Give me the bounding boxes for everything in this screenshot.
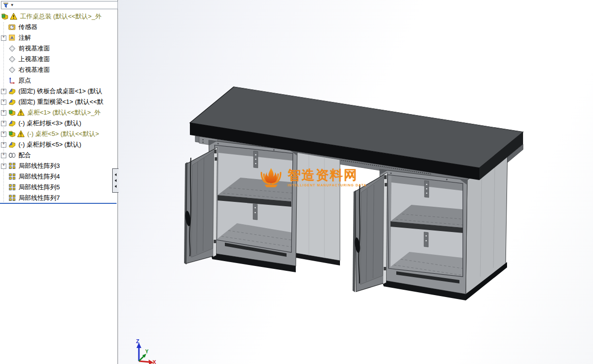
- right-door-hinge: [384, 267, 386, 270]
- linear-pattern-icon: [8, 162, 16, 170]
- warning-icon: [10, 13, 17, 20]
- expand-toggle[interactable]: +: [1, 132, 6, 137]
- tree-item-label: (-) 桌柜封板<3> (默认): [18, 119, 81, 128]
- tree-item-label: 配合: [18, 151, 31, 160]
- collapse-arrow-icon: [115, 185, 117, 188]
- tree-item-9[interactable]: +桌柜<1> (默认<<默认>_外: [0, 107, 118, 118]
- tree-item-label: (固定) 铁板合成桌面<1> (默认: [18, 87, 102, 96]
- tree-item-label: (-) 桌柜<5> (默认<<默认>: [27, 130, 99, 138]
- tree-item-label: (固定) 重型横梁<1> (默认<<默: [18, 98, 103, 106]
- part-icon: [8, 141, 16, 149]
- z-axis-label: Z: [136, 338, 139, 344]
- tree-item-2[interactable]: +A注解: [0, 33, 118, 43]
- expand-toggle[interactable]: +: [1, 99, 6, 105]
- tree-filter-bar[interactable]: ▼: [1, 1, 118, 9]
- right-door-hinge: [385, 183, 387, 186]
- tree-item-16[interactable]: 局部线性阵列5: [0, 182, 118, 193]
- annotations-icon: A: [8, 34, 16, 42]
- tree-item-10[interactable]: +(-) 桌柜封板<3> (默认): [0, 118, 118, 129]
- left-door-hinge: [214, 240, 216, 243]
- feature-tree: 工作桌总装 (默认<<默认>_外传感器+A注解前视基准面上视基准面右视基准面原点…: [0, 11, 118, 203]
- expand-toggle[interactable]: +: [1, 153, 6, 158]
- feature-tree-panel: ▼ 工作桌总装 (默认<<默认>_外传感器+A注解前视基准面上视基准面右视基准面…: [0, 0, 118, 364]
- collapse-arrow-icon: [115, 179, 117, 182]
- right-cabinet-door[interactable]: [353, 173, 387, 292]
- y-axis-label: Y: [145, 349, 149, 354]
- expand-toggle[interactable]: +: [1, 121, 6, 126]
- tree-item-label: 原点: [18, 76, 31, 85]
- tree-item-3[interactable]: 前视基准面: [0, 43, 118, 54]
- expand-toggle[interactable]: +: [1, 142, 6, 148]
- tree-item-7[interactable]: +(固定) 铁板合成桌面<1> (默认: [0, 86, 118, 97]
- part-icon: [8, 87, 16, 95]
- tree-item-5[interactable]: 右视基准面: [0, 65, 118, 75]
- datum-plane-icon: [8, 66, 16, 74]
- left-cabinet-door[interactable]: [184, 148, 217, 265]
- left-door-hinge: [215, 157, 217, 161]
- rollback-bar[interactable]: [0, 203, 117, 204]
- tree-item-label: 桌柜<1> (默认<<默认>_外: [27, 108, 101, 117]
- tree-item-13[interactable]: +配合: [0, 150, 118, 161]
- tree-item-14[interactable]: +局部线性阵列3: [0, 161, 118, 171]
- warning-icon: [17, 109, 25, 116]
- tree-item-label: 右视基准面: [18, 66, 50, 74]
- tree-item-label: 局部线性阵列3: [18, 162, 60, 170]
- linear-pattern-icon: [8, 173, 16, 181]
- linear-pattern-icon: [8, 183, 16, 191]
- solidworks-window: ▼ 工作桌总装 (默认<<默认>_外传感器+A注解前视基准面上视基准面右视基准面…: [0, 0, 593, 364]
- assembly-icon: [8, 130, 16, 138]
- tree-item-15[interactable]: 局部线性阵列4: [0, 171, 118, 182]
- part-icon: [8, 119, 16, 127]
- datum-plane-icon: [8, 55, 16, 63]
- middle-seal-panel[interactable]: [293, 152, 340, 265]
- assembly-icon: [8, 109, 16, 116]
- tree-item-label: 工作桌总装 (默认<<默认>_外: [20, 12, 102, 21]
- expand-toggle[interactable]: +: [1, 110, 6, 116]
- part-icon: [8, 98, 16, 106]
- tree-item-4[interactable]: 上视基准面: [0, 54, 118, 65]
- tree-item-label: 局部线性阵列4: [18, 172, 60, 181]
- tree-item-1[interactable]: 传感器: [0, 22, 118, 33]
- tree-item-11[interactable]: +(-) 桌柜<5> (默认<<默认>: [0, 129, 118, 139]
- panel-splitter[interactable]: [112, 168, 119, 193]
- assembly-icon: [1, 13, 9, 20]
- origin-icon: [8, 77, 16, 84]
- tree-item-label: (-) 桌柜封板<5> (默认): [18, 140, 81, 149]
- tree-item-label: 注解: [18, 33, 31, 42]
- filter-funnel-icon[interactable]: [3, 2, 9, 8]
- warning-icon: [17, 130, 25, 138]
- mates-icon: [8, 151, 16, 159]
- left-door-hinge: [214, 149, 217, 153]
- workbench-3d-model[interactable]: Z X Y: [119, 0, 593, 364]
- tree-item-label: 上视基准面: [18, 55, 50, 64]
- datum-plane-icon: [8, 45, 16, 52]
- tree-item-label: 前视基准面: [18, 44, 50, 53]
- expand-toggle[interactable]: +: [1, 35, 6, 41]
- tree-item-label: 局部线性阵列7: [18, 194, 60, 202]
- tree-item-17[interactable]: 局部线性阵列7: [0, 193, 118, 203]
- tree-item-0[interactable]: 工作桌总装 (默认<<默认>_外: [0, 11, 118, 22]
- graphics-viewport[interactable]: Z X Y: [119, 0, 593, 364]
- tree-item-label: 传感器: [18, 23, 37, 32]
- expand-toggle[interactable]: +: [1, 89, 6, 94]
- collapse-arrow-icon: [115, 173, 117, 176]
- tree-item-8[interactable]: +(固定) 重型横梁<1> (默认<<默: [0, 97, 118, 107]
- right-door-hinge: [384, 175, 387, 179]
- orientation-triad: Z X Y: [136, 338, 156, 364]
- linear-pattern-icon: [8, 194, 16, 202]
- sensors-icon: [8, 23, 16, 31]
- filter-dropdown-caret[interactable]: ▼: [10, 3, 14, 7]
- tree-item-label: 局部线性阵列5: [18, 183, 60, 192]
- expand-toggle[interactable]: +: [1, 164, 6, 169]
- x-axis-label: X: [152, 359, 156, 364]
- tree-item-12[interactable]: +(-) 桌柜封板<5> (默认): [0, 139, 118, 150]
- tree-item-6[interactable]: 原点: [0, 75, 118, 86]
- svg-text:A: A: [10, 35, 14, 40]
